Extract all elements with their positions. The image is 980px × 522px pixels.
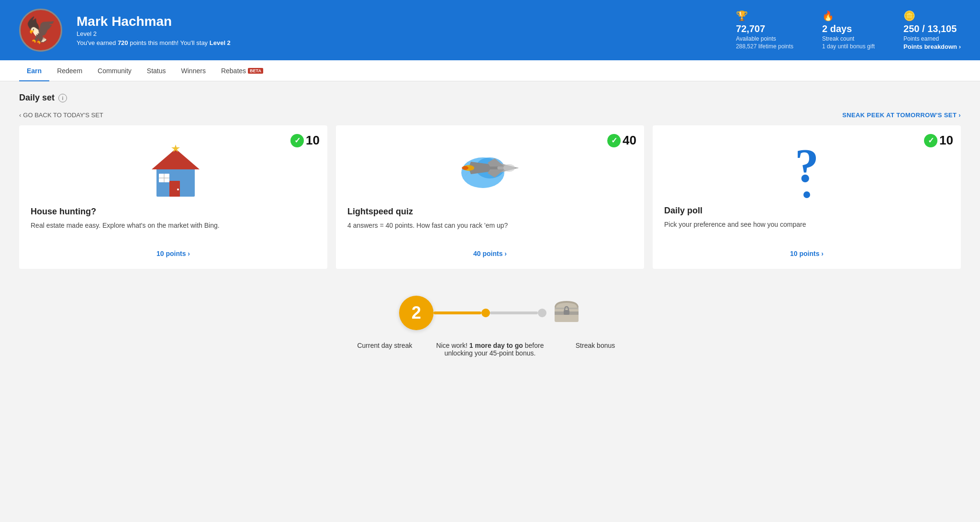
back-label: GO BACK TO TODAY'S SET (23, 111, 103, 119)
back-button[interactable]: ‹ GO BACK TO TODAY'S SET (19, 111, 103, 119)
svg-point-3 (177, 189, 179, 190)
card-poll-link[interactable]: 10 points › (664, 250, 949, 257)
card-quiz-image (347, 137, 633, 207)
streak-dot-filled (481, 309, 490, 317)
points-earned: 250 / 13,105 (903, 23, 961, 34)
nav-status[interactable]: Status (139, 60, 174, 81)
nav-earn-label: Earn (27, 67, 42, 75)
svg-marker-1 (152, 149, 200, 169)
stat-earned: 🪙 250 / 13,105 Points earned Points brea… (903, 10, 961, 50)
card-house-badge: ✓ 10 (290, 133, 320, 148)
streak-label-middle: Nice work! 1 more day to go before unloc… (413, 342, 567, 357)
user-name: Mark Hachman (77, 14, 722, 29)
jet-illustration (457, 142, 523, 199)
svg-rect-22 (555, 308, 579, 309)
card-quiz-badge: ✓ 40 (607, 133, 636, 148)
card-house[interactable]: ✓ 10 (19, 125, 327, 269)
header-stats: 🏆 72,707 Available points 288,527 lifeti… (736, 10, 961, 50)
stat-points: 🏆 72,707 Available points 288,527 lifeti… (736, 10, 793, 50)
section-title: Daily set i (19, 93, 961, 103)
check-icon-quiz: ✓ (607, 134, 621, 147)
chest-svg (552, 297, 581, 323)
streak-current-circle: 2 (399, 296, 434, 330)
card-poll-points: 10 (939, 133, 953, 148)
card-quiz-title: Lightspeed quiz (347, 207, 633, 217)
user-status: You've earned 720 points this month! You… (77, 39, 722, 46)
main-content: Daily set i ‹ GO BACK TO TODAY'S SET SNE… (0, 81, 980, 391)
streak-bonus-text: Streak bonus (567, 342, 624, 349)
streak-nice: Nice work! (436, 342, 468, 349)
card-poll[interactable]: ✓ 10 ? Daily poll Pick your preference a… (653, 125, 961, 269)
svg-point-16 (503, 164, 515, 172)
chevron-right-icon: › (958, 111, 961, 119)
nav-community-label: Community (98, 67, 132, 75)
question-mark-icon: ? (795, 142, 819, 198)
chest-icon (552, 297, 581, 329)
stay-level: Level 2 (210, 39, 231, 46)
card-house-image (31, 137, 316, 207)
nav-winners[interactable]: Winners (174, 60, 213, 81)
card-house-desc: Real estate made easy. Explore what's on… (31, 221, 316, 240)
card-poll-image: ? (664, 137, 949, 206)
card-quiz-link[interactable]: 40 points › (347, 250, 633, 257)
points-breakdown-link[interactable]: Points breakdown › (903, 43, 961, 50)
chevron-left-icon: ‹ (19, 111, 21, 119)
card-quiz[interactable]: ✓ 40 (336, 125, 644, 269)
nav-rebates-label: Rebates (221, 67, 246, 75)
streak-bold: 1 more day to go (469, 342, 523, 349)
streak-label-bonus: Streak bonus (567, 342, 624, 349)
coins-icon: 🪙 (903, 10, 961, 22)
status-suffix: points this month! You'll stay (130, 39, 208, 46)
nav-status-label: Status (147, 67, 166, 75)
earned-points: 720 (118, 39, 128, 46)
points-earned-label: Points earned (903, 35, 961, 42)
cards-container: ✓ 10 (19, 125, 961, 269)
streak-line-gray (490, 311, 538, 314)
nav-redeem-label: Redeem (57, 67, 82, 75)
avatar: 🦅 (19, 9, 62, 52)
svg-rect-21 (564, 310, 569, 315)
section-title-text: Daily set (19, 93, 55, 103)
streak-icon: 🔥 (822, 10, 875, 22)
forward-label: SNEAK PEEK AT TOMORROW'S SET (842, 111, 957, 119)
streak-count-label: Streak count (822, 35, 875, 42)
user-info: Mark Hachman Level 2 You've earned 720 p… (77, 14, 722, 46)
page-header: 🦅 Mark Hachman Level 2 You've earned 720… (0, 0, 980, 60)
card-quiz-points: 40 (623, 133, 636, 148)
streak-days: 2 days (822, 23, 875, 34)
avatar-image: 🦅 (25, 18, 56, 43)
svg-point-18 (462, 166, 468, 170)
main-nav: Earn Redeem Community Status Winners Reb… (0, 60, 980, 81)
card-quiz-link-text: 40 points › (473, 250, 507, 257)
nav-rebates[interactable]: Rebates BETA (213, 60, 271, 81)
card-poll-badge: ✓ 10 (924, 133, 953, 148)
streak-label-current: Current day streak (356, 342, 413, 349)
forward-button[interactable]: SNEAK PEEK AT TOMORROW'S SET › (842, 111, 961, 119)
streak-dot-empty (538, 309, 546, 317)
trophy-icon: 🏆 (736, 10, 793, 22)
available-points: 72,707 (736, 23, 793, 34)
house-illustration (142, 142, 204, 199)
set-navigation: ‹ GO BACK TO TODAY'S SET SNEAK PEEK AT T… (19, 111, 961, 119)
nav-winners-label: Winners (181, 67, 206, 75)
check-icon-poll: ✓ (924, 134, 937, 147)
streak-bonus-sub: 1 day until bonus gift (822, 43, 875, 50)
info-icon[interactable]: i (58, 94, 67, 102)
nav-redeem[interactable]: Redeem (49, 60, 90, 81)
card-house-points: 10 (306, 133, 320, 148)
card-house-link-text: 10 points › (156, 250, 190, 257)
streak-current-text: Current day streak (356, 342, 413, 349)
streak-line-filled (434, 311, 481, 314)
card-house-link[interactable]: 10 points › (31, 250, 316, 257)
user-level: Level 2 (77, 30, 722, 37)
available-points-label: Available points (736, 35, 793, 42)
streak-number: 2 (412, 303, 421, 323)
nav-community[interactable]: Community (90, 60, 139, 81)
card-poll-title: Daily poll (664, 206, 949, 216)
nav-earn[interactable]: Earn (19, 60, 49, 81)
card-house-title: House hunting? (31, 207, 316, 217)
status-text: You've earned (77, 39, 116, 46)
streak-section: 2 (19, 284, 961, 372)
streak-middle-text: Nice work! 1 more day to go before unloc… (423, 342, 557, 357)
beta-badge: BETA (248, 68, 263, 74)
